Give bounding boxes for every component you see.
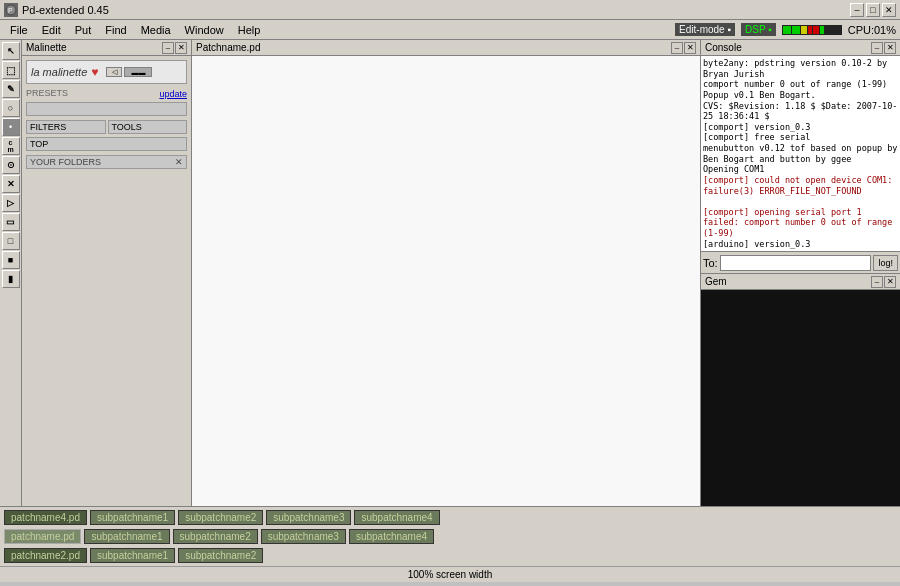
taskbar-patchname4[interactable]: patchname4.pd: [4, 510, 87, 525]
gem-title-bar: Gem – ✕: [701, 274, 900, 290]
your-folders-bar[interactable]: YOUR FOLDERS ✕: [26, 155, 187, 169]
tool-stroke[interactable]: ▮: [2, 270, 20, 288]
malinette-btn1[interactable]: ◁: [106, 67, 122, 77]
tool-pencil[interactable]: ✎: [2, 80, 20, 98]
tool-box[interactable]: ⬚: [2, 61, 20, 79]
gem-panel: Gem – ✕: [700, 273, 900, 506]
console-input[interactable]: [720, 255, 872, 271]
malinette-logo: la malinette ♥ ◁ ▬▬: [26, 60, 187, 84]
top-label: TOP: [30, 139, 48, 149]
top-bar[interactable]: TOP: [26, 137, 187, 151]
dsp-bar-3: [801, 26, 807, 34]
menu-edit[interactable]: Edit: [36, 22, 67, 38]
window-controls: – □ ✕: [850, 3, 896, 17]
filters-label: FILTERS: [30, 122, 66, 132]
tool-play[interactable]: ▷: [2, 194, 20, 212]
tool-object[interactable]: ⊙: [2, 156, 20, 174]
patchname-title: Patchname.pd: [196, 42, 261, 53]
tool-x[interactable]: ✕: [2, 175, 20, 193]
main-content: ↖ ⬚ ✎ ○ • cm ⊙ ✕ ▷ ▭ □ ■ ▮ Malinette – ✕…: [0, 40, 900, 506]
maximize-button[interactable]: □: [866, 3, 880, 17]
tools-label: TOOLS: [112, 122, 142, 132]
console-title-bar: Console – ✕: [701, 40, 900, 56]
console-text: byte2any: pdstring version 0.10-2 by Bry…: [703, 58, 898, 249]
svg-text:P: P: [8, 7, 13, 14]
menu-media[interactable]: Media: [135, 22, 177, 38]
taskbar-sub1-3[interactable]: subpatchname3: [266, 510, 351, 525]
taskbar-patchname[interactable]: patchname.pd: [4, 529, 81, 544]
dsp-bar-4: [808, 26, 812, 34]
console-log: byte2any: pdstring version 0.10-2 by Bry…: [701, 56, 900, 251]
taskbar-sub1-1[interactable]: subpatchname1: [90, 510, 175, 525]
taskbar-sub3-2[interactable]: subpatchname2: [178, 548, 263, 563]
dsp-bar-6: [820, 26, 824, 34]
taskbar-sub3-1[interactable]: subpatchname1: [90, 548, 175, 563]
menu-right: Edit-mode ▪ DSP ▪ CPU:01%: [675, 23, 896, 36]
menu-help[interactable]: Help: [232, 22, 267, 38]
tools-bar[interactable]: TOOLS: [108, 120, 188, 134]
dsp-bar-1: [783, 26, 791, 34]
screen-width-text: 100% screen width: [408, 569, 493, 580]
tool-dot[interactable]: •: [2, 118, 20, 136]
menu-window[interactable]: Window: [179, 22, 230, 38]
your-folders-label: YOUR FOLDERS: [30, 157, 101, 167]
taskbar-sub2-4[interactable]: subpatchname4: [349, 529, 434, 544]
tool-circle[interactable]: ○: [2, 99, 20, 117]
malinette-btn2[interactable]: ▬▬: [124, 67, 152, 77]
right-column: Console – ✕ byte2any: pdstring version 0…: [700, 40, 900, 506]
taskbar-sub1-2[interactable]: subpatchname2: [178, 510, 263, 525]
cpu-label: CPU:01%: [848, 24, 896, 36]
menu-find[interactable]: Find: [99, 22, 132, 38]
presets-section: PRESETS update: [26, 88, 187, 116]
taskbar-sub1-4[interactable]: subpatchname4: [354, 510, 439, 525]
taskbar: patchname4.pd subpatchname1 subpatchname…: [0, 506, 900, 566]
presets-label: PRESETS: [26, 88, 68, 98]
console-log-button[interactable]: log!: [873, 255, 898, 271]
console-close[interactable]: ✕: [884, 42, 896, 54]
taskbar-sub2-1[interactable]: subpatchname1: [84, 529, 169, 544]
tool-rect2[interactable]: □: [2, 232, 20, 250]
edit-mode-badge[interactable]: Edit-mode ▪: [675, 23, 735, 36]
malinette-close[interactable]: ✕: [175, 42, 187, 54]
malinette-panel: Malinette – ✕ la malinette ♥ ◁ ▬▬: [22, 40, 192, 506]
folder-close-icon: ✕: [175, 157, 183, 167]
menu-put[interactable]: Put: [69, 22, 98, 38]
toolbar-left: ↖ ⬚ ✎ ○ • cm ⊙ ✕ ▷ ▭ □ ■ ▮: [0, 40, 22, 506]
dsp-bar-5: [813, 26, 819, 34]
patchname-panel: Patchname.pd – ✕: [192, 40, 700, 506]
console-to-label: To:: [703, 257, 718, 269]
title-bar: P Pd-extended 0.45 – □ ✕: [0, 0, 900, 20]
app-icon: P: [4, 3, 18, 17]
filters-bar[interactable]: FILTERS: [26, 120, 106, 134]
gem-controls: – ✕: [871, 276, 896, 288]
close-button[interactable]: ✕: [882, 3, 896, 17]
patchname-minimize[interactable]: –: [671, 42, 683, 54]
malinette-minimize[interactable]: –: [162, 42, 174, 54]
taskbar-row-3: patchname2.pd subpatchname1 subpatchname…: [4, 547, 896, 564]
presets-bar[interactable]: [26, 102, 187, 116]
gem-canvas[interactable]: [701, 290, 900, 506]
gem-minimize[interactable]: –: [871, 276, 883, 288]
console-minimize[interactable]: –: [871, 42, 883, 54]
gem-close[interactable]: ✕: [884, 276, 896, 288]
taskbar-sub2-2[interactable]: subpatchname2: [173, 529, 258, 544]
taskbar-patchname2[interactable]: patchname2.pd: [4, 548, 87, 563]
update-link[interactable]: update: [159, 89, 187, 99]
tool-pointer[interactable]: ↖: [2, 42, 20, 60]
gem-title: Gem: [705, 276, 727, 287]
menu-bar: File Edit Put Find Media Window Help Edi…: [0, 20, 900, 40]
taskbar-sub2-3[interactable]: subpatchname3: [261, 529, 346, 544]
menu-file[interactable]: File: [4, 22, 34, 38]
dsp-badge[interactable]: DSP ▪: [741, 23, 776, 36]
tool-rect1[interactable]: ▭: [2, 213, 20, 231]
patchname-close[interactable]: ✕: [684, 42, 696, 54]
filters-tools-bars: FILTERS TOOLS: [26, 120, 187, 134]
panels-area: Malinette – ✕ la malinette ♥ ◁ ▬▬: [22, 40, 900, 506]
filters-tools-section: FILTERS TOOLS TOP: [26, 120, 187, 151]
minimize-button[interactable]: –: [850, 3, 864, 17]
tool-comment[interactable]: cm: [2, 137, 20, 155]
app-title: Pd-extended 0.45: [22, 4, 109, 16]
malinette-controls: – ✕: [162, 42, 187, 54]
tool-fill[interactable]: ■: [2, 251, 20, 269]
patchname-canvas[interactable]: [192, 56, 700, 506]
